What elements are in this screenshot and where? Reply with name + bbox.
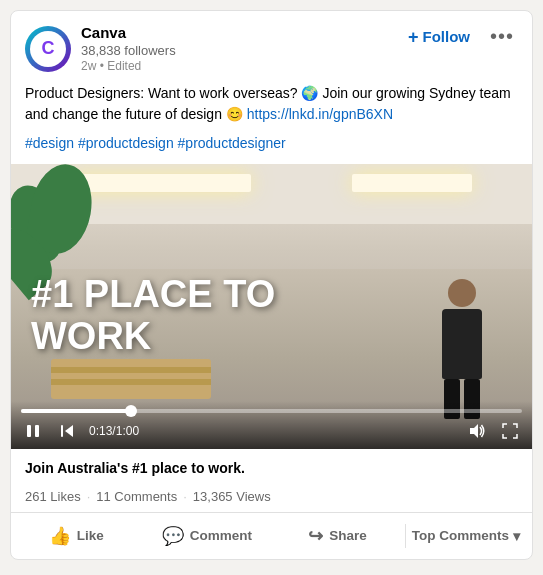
company-avatar[interactable]: C [25,26,71,72]
top-comments-button[interactable]: Top Comments ▾ [408,520,532,552]
comment-label: Comment [190,528,252,543]
more-options-icon[interactable]: ••• [486,23,518,50]
like-label: Like [77,528,104,543]
progress-fill [21,409,131,413]
sep-2: · [183,489,187,504]
controls-left: 0:13/1:00 [21,421,139,441]
fullscreen-button[interactable] [498,421,522,441]
overlay-line2: WORK [31,316,275,358]
svg-marker-4 [470,424,478,438]
progress-bar[interactable] [21,409,522,413]
time-current: 0:13 [89,424,112,438]
controls-row: 0:13/1:00 [21,421,522,441]
skip-back-icon [59,423,75,439]
hashtags[interactable]: #design #productdesign #productdesigner [11,133,532,164]
svg-marker-3 [65,425,73,437]
company-info: Canva 38,838 followers 2w • Edited [81,23,176,75]
plus-icon: + [408,28,419,46]
comment-icon: 💬 [162,525,184,547]
video-overlay-text: #1 PLACE TO WORK [31,274,275,358]
follow-button[interactable]: + Follow [402,24,476,50]
header-actions: + Follow ••• [402,23,518,50]
views-count: 13,365 Views [193,489,271,504]
avatar-logo: C [30,31,66,67]
likes-count: 261 Likes [25,489,81,504]
caption-text: Join Australia's #1 place to work. [25,460,245,476]
video-player[interactable]: #1 PLACE TO WORK [11,164,532,449]
share-icon: ↪ [308,525,323,547]
time-total: 1:00 [116,424,139,438]
actions-divider [405,524,406,548]
skip-back-button[interactable] [55,421,79,441]
sep-1: · [87,489,91,504]
post-meta: 2w • Edited [81,59,176,75]
share-label: Share [329,528,367,543]
engagement-stats: 261 Likes · 11 Comments · 13,365 Views [11,483,532,512]
comments-count: 11 Comments [96,489,177,504]
svg-rect-2 [61,425,63,437]
post-actions: 👍 Like 💬 Comment ↪ Share Top Comments ▾ [11,512,532,559]
company-name[interactable]: Canva [81,23,176,43]
share-button[interactable]: ↪ Share [272,517,403,555]
post-body-text: Product Designers: Want to work overseas… [11,83,532,133]
company-followers: 38,838 followers [81,43,176,60]
person-body [442,309,482,379]
person-figure [432,279,492,419]
like-button[interactable]: 👍 Like [11,517,142,555]
like-icon: 👍 [49,525,71,547]
progress-handle[interactable] [125,405,137,417]
svg-rect-0 [27,425,31,437]
volume-icon [468,423,486,439]
pallet-prop [51,359,211,399]
follow-label: Follow [422,28,470,45]
time-display: 0:13/1:00 [89,424,139,438]
pause-icon [25,423,41,439]
top-comments-label: Top Comments [412,528,509,543]
fullscreen-icon [502,423,518,439]
post-link[interactable]: https://lnkd.in/gpnB6XN [247,106,393,122]
svg-rect-1 [35,425,39,437]
volume-button[interactable] [464,421,490,441]
comment-button[interactable]: 💬 Comment [142,517,273,555]
post-header: C Canva 38,838 followers 2w • Edited + F… [11,11,532,83]
chevron-down-icon: ▾ [513,528,520,544]
overlay-line1: #1 PLACE TO [31,274,275,316]
person-head [448,279,476,307]
company-header-left: C Canva 38,838 followers 2w • Edited [25,23,176,75]
pause-button[interactable] [21,421,45,441]
video-caption: Join Australia's #1 place to work. [11,449,532,483]
controls-right [464,421,522,441]
video-controls-bar: 0:13/1:00 [11,401,532,449]
post-card: C Canva 38,838 followers 2w • Edited + F… [10,10,533,560]
ceiling-light-2 [352,174,472,192]
